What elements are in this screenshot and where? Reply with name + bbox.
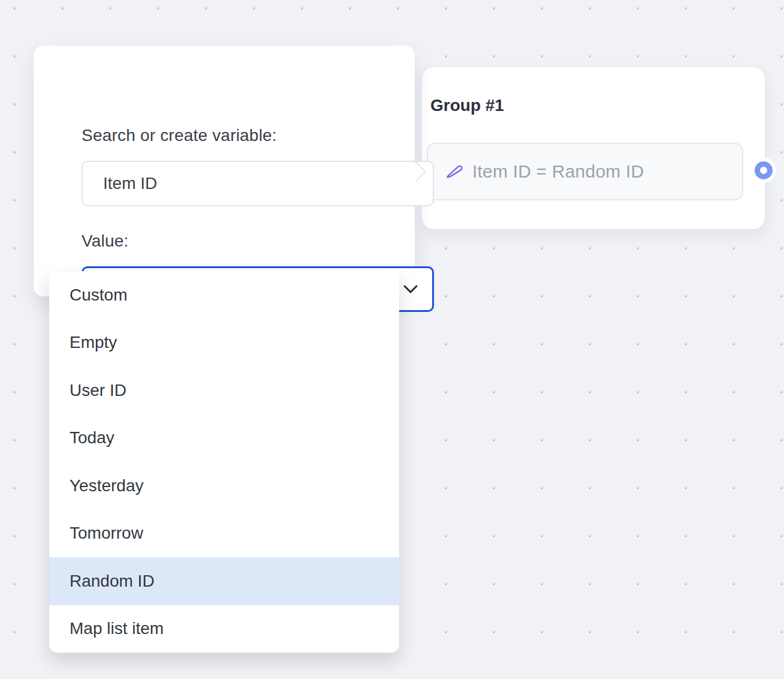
chevron-down-icon xyxy=(403,284,418,294)
value-label: Value: xyxy=(82,232,129,251)
dropdown-option[interactable]: Yesterday xyxy=(49,462,399,510)
dropdown-option-label: Yesterday xyxy=(70,476,144,495)
variable-name-input[interactable] xyxy=(82,161,434,206)
condition-text: Item ID = Random ID xyxy=(472,161,644,182)
dropdown-option[interactable]: Custom xyxy=(49,271,399,319)
search-or-create-variable-label: Search or create variable: xyxy=(82,126,277,145)
variable-editor-popup: Search or create variable: Value: Random… xyxy=(34,46,415,296)
workflow-canvas[interactable]: Search or create variable: Value: Random… xyxy=(0,0,784,679)
dropdown-option-label: Tomorrow xyxy=(70,524,143,543)
group-title: Group #1 xyxy=(430,96,504,115)
dropdown-option[interactable]: User ID xyxy=(49,366,399,414)
value-options-listbox: Custom Empty User ID Today Yesterday Tom… xyxy=(49,271,399,653)
dropdown-option-label: Empty xyxy=(70,333,117,352)
dropdown-option-label: Custom xyxy=(70,286,127,305)
dropdown-option[interactable]: Map list item xyxy=(49,605,399,653)
dropdown-option-label: Map list item xyxy=(70,619,164,638)
dropdown-option-label: User ID xyxy=(70,381,126,400)
dropdown-option-label: Random ID xyxy=(70,572,155,591)
condition-item[interactable]: Item ID = Random ID xyxy=(427,143,743,200)
pencil-icon xyxy=(446,163,463,180)
dropdown-option[interactable]: Tomorrow xyxy=(49,510,399,558)
dropdown-option[interactable]: Random ID xyxy=(49,557,399,605)
dropdown-option-label: Today xyxy=(70,428,114,447)
group-card[interactable]: Group #1 Item ID = Random ID xyxy=(422,67,765,229)
dropdown-option[interactable]: Empty xyxy=(49,319,399,367)
dropdown-option[interactable]: Today xyxy=(49,414,399,462)
connector-handle[interactable] xyxy=(755,161,773,179)
